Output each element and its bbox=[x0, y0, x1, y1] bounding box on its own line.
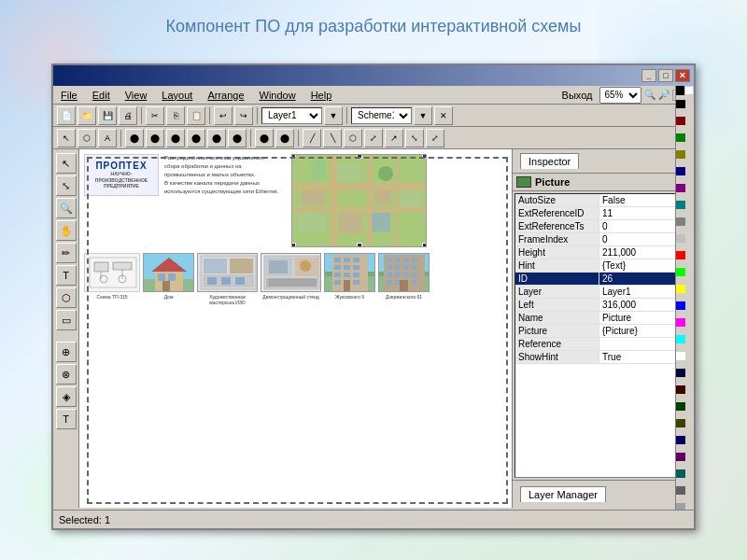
tb-align-l[interactable]: ⬤ bbox=[125, 129, 144, 147]
palette-color-cell[interactable] bbox=[676, 234, 685, 243]
zoom-in-icon[interactable]: 🔎 bbox=[658, 90, 669, 100]
tool-extra2[interactable]: ⊗ bbox=[56, 364, 77, 385]
tb-dist-v[interactable]: ⬤ bbox=[275, 129, 294, 147]
property-row[interactable]: ID26 bbox=[515, 273, 680, 286]
palette-color-cell[interactable] bbox=[676, 453, 685, 461]
palette-color-cell[interactable] bbox=[676, 285, 685, 293]
tb-scheme-opts[interactable]: ▼ bbox=[414, 106, 432, 125]
palette-color-cell[interactable] bbox=[676, 268, 685, 276]
palette-color-cell[interactable] bbox=[676, 301, 685, 310]
tool-extra4[interactable]: T bbox=[56, 409, 77, 429]
close-button[interactable]: ✕ bbox=[675, 69, 690, 82]
palette-color-cell[interactable] bbox=[676, 251, 685, 259]
palette-color-cell[interactable] bbox=[676, 486, 685, 495]
tb-align-b[interactable]: ⬤ bbox=[228, 129, 247, 147]
tb-node-tool[interactable]: ⬡ bbox=[78, 129, 96, 147]
palette-color-cell[interactable] bbox=[676, 184, 685, 192]
palette-color-cell[interactable] bbox=[676, 167, 685, 175]
tb-draw6[interactable]: ⤡ bbox=[405, 129, 424, 147]
palette-color-cell[interactable] bbox=[676, 150, 685, 159]
palette-color-cell[interactable] bbox=[676, 201, 685, 209]
menu-help[interactable]: Help bbox=[307, 89, 336, 102]
zoom-select[interactable]: 65%50%75%100% bbox=[599, 87, 641, 104]
zoom-fit-icon[interactable]: 🔍 bbox=[644, 90, 655, 100]
tb-save[interactable]: 💾 bbox=[98, 106, 117, 125]
tb-redo[interactable]: ↪ bbox=[234, 106, 253, 125]
palette-color-cell[interactable] bbox=[676, 335, 685, 343]
property-value[interactable]: 26 bbox=[599, 273, 680, 285]
property-row[interactable]: ShowHintTrue bbox=[515, 351, 680, 364]
tb-undo[interactable]: ↩ bbox=[214, 106, 233, 125]
tool-shape[interactable]: ⬡ bbox=[56, 287, 77, 308]
property-value[interactable]: Layer1 bbox=[599, 286, 680, 298]
palette-white[interactable] bbox=[684, 86, 694, 95]
property-value[interactable]: {Picture} bbox=[599, 325, 680, 337]
property-row[interactable]: NamePicture bbox=[515, 312, 680, 325]
tb-draw2[interactable]: ╲ bbox=[323, 129, 342, 147]
tb-select-tool[interactable]: ↖ bbox=[57, 129, 76, 147]
layer-manager-tab[interactable]: Layer Manager bbox=[520, 486, 606, 502]
property-value[interactable]: Picture bbox=[599, 312, 680, 324]
tb-scheme-del[interactable]: ✕ bbox=[434, 106, 453, 125]
property-row[interactable]: Left316,000 bbox=[515, 299, 680, 312]
tb-open[interactable]: 📁 bbox=[78, 106, 96, 125]
tool-pointer[interactable]: ↖ bbox=[56, 153, 77, 174]
property-row[interactable]: Hint{Text} bbox=[515, 259, 680, 273]
tb-text-tool[interactable]: A bbox=[98, 129, 117, 147]
property-value[interactable] bbox=[599, 338, 680, 350]
tb-align-c[interactable]: ⬤ bbox=[146, 129, 164, 147]
tb-align-m[interactable]: ⬤ bbox=[207, 129, 226, 147]
palette-color-cell[interactable] bbox=[676, 385, 685, 394]
tb-paste[interactable]: 📋 bbox=[187, 106, 205, 125]
property-row[interactable]: FrameIndex0 bbox=[515, 233, 680, 246]
palette-black[interactable] bbox=[676, 86, 684, 95]
palette-color-cell[interactable] bbox=[676, 369, 685, 377]
tool-rect[interactable]: ▭ bbox=[56, 310, 77, 330]
tb-cut[interactable]: ✂ bbox=[146, 106, 164, 125]
property-value[interactable]: 211,000 bbox=[599, 246, 680, 259]
maximize-button[interactable]: □ bbox=[658, 69, 673, 82]
palette-color-cell[interactable] bbox=[676, 419, 685, 427]
property-row[interactable]: ExtReferenceTs0 bbox=[515, 220, 680, 233]
palette-color-cell[interactable] bbox=[676, 436, 685, 444]
tool-text[interactable]: T bbox=[56, 265, 77, 286]
layer-select[interactable]: Layer1 bbox=[261, 107, 322, 124]
tb-dist-h[interactable]: ⬤ bbox=[255, 129, 274, 147]
menu-file[interactable]: File bbox=[57, 89, 81, 102]
property-row[interactable]: AutoSizeFalse bbox=[515, 194, 680, 207]
tb-copy[interactable]: ⎘ bbox=[166, 106, 185, 125]
palette-color-cell[interactable] bbox=[676, 352, 685, 360]
tb-align-r[interactable]: ⬤ bbox=[166, 129, 185, 147]
palette-color-cell[interactable] bbox=[676, 117, 685, 125]
property-row[interactable]: Height211,000 bbox=[515, 246, 680, 259]
scheme-select[interactable]: Scheme1 bbox=[351, 107, 412, 124]
palette-color-cell[interactable] bbox=[676, 133, 685, 142]
property-row[interactable]: ExtReferenceID11 bbox=[515, 207, 680, 220]
property-value[interactable]: 0 bbox=[599, 233, 680, 245]
property-value[interactable]: 0 bbox=[599, 220, 680, 232]
menu-window[interactable]: Window bbox=[256, 89, 300, 102]
tb-draw4[interactable]: ⤢ bbox=[364, 129, 383, 147]
tb-draw7[interactable]: ⤢ bbox=[426, 129, 444, 147]
minimize-button[interactable]: _ bbox=[641, 69, 656, 82]
inspector-tab[interactable]: Inspector bbox=[520, 153, 579, 169]
tb-print[interactable]: 🖨 bbox=[119, 106, 137, 125]
menu-arrange[interactable]: Arrange bbox=[204, 89, 247, 102]
tb-align-t[interactable]: ⬤ bbox=[187, 129, 205, 147]
tool-extra1[interactable]: ⊕ bbox=[56, 342, 77, 362]
canvas-area[interactable]: ПРОПТЕХ НАУЧНО-ПРОИЗВОДСТВЕННОЕПРЕДПРИЯТ… bbox=[79, 149, 512, 508]
tool-extra3[interactable]: ◈ bbox=[56, 386, 77, 407]
tb-draw1[interactable]: ╱ bbox=[303, 129, 321, 147]
tb-draw5[interactable]: ↗ bbox=[385, 129, 403, 147]
menu-view[interactable]: View bbox=[121, 89, 151, 102]
tool-select[interactable]: ⤡ bbox=[56, 175, 77, 196]
tool-draw[interactable]: ✏ bbox=[56, 243, 77, 263]
property-value[interactable]: {Text} bbox=[599, 259, 680, 272]
tool-zoom[interactable]: 🔍 bbox=[56, 198, 77, 218]
tb-draw3[interactable]: ⬡ bbox=[344, 129, 362, 147]
tool-pan[interactable]: ✋ bbox=[56, 220, 77, 241]
palette-color-cell[interactable] bbox=[676, 469, 685, 478]
tb-new[interactable]: 📄 bbox=[57, 106, 76, 125]
canvas-content[interactable]: ПРОПТЕХ НАУЧНО-ПРОИЗВОДСТВЕННОЕПРЕДПРИЯТ… bbox=[79, 149, 512, 508]
property-value[interactable]: False bbox=[599, 194, 680, 206]
